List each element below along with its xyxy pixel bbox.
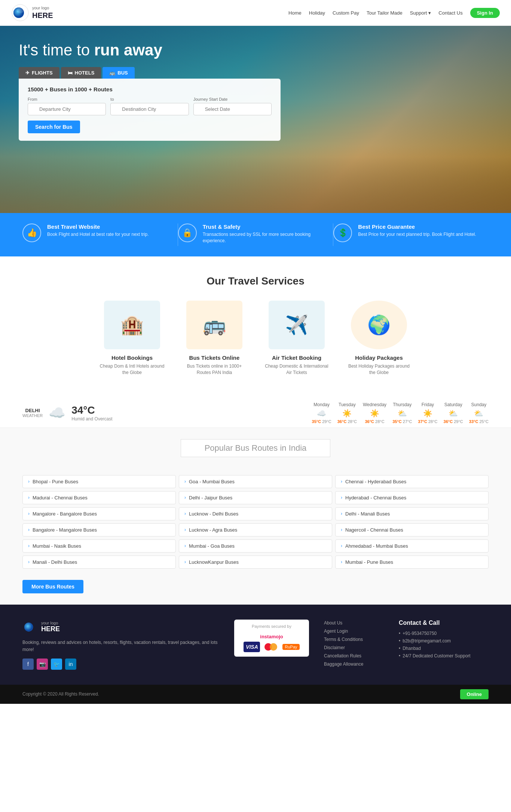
chevron-right-icon: › <box>28 495 30 500</box>
instagram-button[interactable]: 📷 <box>37 659 48 670</box>
footer-link[interactable]: Cancellation Rules <box>324 653 361 659</box>
service-flight[interactable]: ✈️ Air Ticket Booking Cheap Domestic & I… <box>263 301 330 376</box>
footer-logo-area: your logo HERE <box>22 620 219 635</box>
route-item[interactable]: ›Madurai - Chennai Buses <box>22 491 176 504</box>
nav-holiday[interactable]: Holiday <box>309 10 325 16</box>
footer-social: f 📷 🐦 in <box>22 659 219 670</box>
footer-link[interactable]: About Us <box>324 620 342 626</box>
service-hotel-name: Hotel Bookings <box>98 355 166 361</box>
signin-button[interactable]: Sign In <box>470 8 500 18</box>
feature-safety: 🔒 Trust & Safety Transactions secured by… <box>178 223 333 244</box>
route-item[interactable]: ›Manali - Delhi Buses <box>22 556 176 569</box>
services-section: Our Travel Services 🏨 Hotel Bookings Che… <box>0 256 511 395</box>
weather-details: 34°C Humid and Overcast <box>71 404 112 422</box>
feature-travel-text: Best Travel Website Book Flight and Hote… <box>47 223 149 238</box>
more-routes-button[interactable]: More Bus Routes <box>22 580 83 593</box>
weather-forecast: Monday ☁️ 35°C 29°C Tuesday ☀️ 36°C 28°C… <box>128 402 489 424</box>
contact-item: Dhanbad <box>399 646 489 651</box>
date-label: Journey Start Date <box>193 97 272 101</box>
footer-logo-col: your logo HERE Booking, reviews and advi… <box>22 620 219 670</box>
route-item[interactable]: ›Delhi - Jaipur Buses <box>179 491 332 504</box>
route-item[interactable]: ›Goa - Mumbai Buses <box>179 475 332 488</box>
to-label: to <box>110 97 189 101</box>
weather-current: DELHI WEATHER ☁️ 34°C Humid and Overcast <box>22 404 113 422</box>
chevron-right-icon: › <box>28 559 30 565</box>
chevron-down-icon: ▾ <box>428 10 431 16</box>
route-item[interactable]: ›Lucknow - Delhi Buses <box>179 507 332 520</box>
footer-link[interactable]: Baggage Allowance <box>324 662 363 667</box>
nav-home[interactable]: Home <box>288 10 302 16</box>
nav-contact[interactable]: Contact Us <box>438 10 462 16</box>
footer-link[interactable]: Disclaimer <box>324 645 345 650</box>
tab-flights[interactable]: ✈ FLIGHTS <box>19 67 59 79</box>
footer-contact-list: +91-9534750750b2b@tripmegamart.comDhanba… <box>399 631 489 659</box>
chevron-right-icon: › <box>341 543 342 548</box>
chevron-right-icon: › <box>184 511 186 516</box>
chevron-right-icon: › <box>184 527 186 532</box>
service-bus[interactable]: 🚌 Bus Tickets Online Bus Tickets online … <box>181 301 248 376</box>
chevron-right-icon: › <box>341 559 342 565</box>
service-holiday[interactable]: 🌍 Holiday Packages Best Holiday Packages… <box>345 301 413 376</box>
date-field: Journey Start Date 📅 <box>193 97 272 115</box>
service-flight-desc: Cheap Domestic & International Air Ticke… <box>263 363 330 376</box>
services-grid: 🏨 Hotel Bookings Cheap Dom & Intl Hotels… <box>22 301 489 376</box>
date-input[interactable] <box>193 103 272 115</box>
service-hotel[interactable]: 🏨 Hotel Bookings Cheap Dom & Intl Hotels… <box>98 301 166 376</box>
hero-title: It's time to run away <box>19 41 492 60</box>
nav-custompay[interactable]: Custom Pay <box>333 10 359 16</box>
route-item[interactable]: ›Mangalore - Bangalore Buses <box>22 507 176 520</box>
routes-title: Popular Bus Routes in India <box>181 439 330 457</box>
service-flight-name: Air Ticket Booking <box>263 355 330 361</box>
route-item[interactable]: ›Nagercoil - Chennai Buses <box>335 523 489 536</box>
route-item[interactable]: ›Hyderabad - Chennai Buses <box>335 491 489 504</box>
from-input[interactable] <box>28 103 106 115</box>
nav-support[interactable]: Support ▾ <box>410 10 431 16</box>
route-item[interactable]: ›Lucknow - Agra Buses <box>179 523 332 536</box>
flight-illustration: ✈️ <box>269 301 325 349</box>
date-input-wrapper: 📅 <box>193 103 272 115</box>
route-item[interactable]: ›Mumbai - Pune Buses <box>335 556 489 569</box>
dollar-icon: 💲 <box>333 223 352 242</box>
chevron-right-icon: › <box>184 543 186 548</box>
routes-grid: ›Bhopal - Pune Buses›Goa - Mumbai Buses›… <box>22 475 489 569</box>
route-item[interactable]: ›Mumbai - Nasik Buses <box>22 539 176 553</box>
footer-link-item: Disclaimer <box>324 644 384 650</box>
routes-section: Popular Bus Routes in India ›Bhopal - Pu… <box>0 428 511 605</box>
tab-bus[interactable]: 🚌 BUS <box>102 67 134 79</box>
footer-link[interactable]: Terms & Conditions <box>324 637 363 642</box>
tab-hotels[interactable]: 🛏 HOTELS <box>61 67 101 79</box>
footer-desc: Booking, reviews and advices on hotels, … <box>22 639 219 653</box>
linkedin-button[interactable]: in <box>65 659 76 670</box>
chevron-right-icon: › <box>341 495 342 500</box>
contact-item: +91-9534750750 <box>399 631 489 636</box>
weather-city-label: DELHI WEATHER <box>22 408 43 418</box>
logo-area[interactable]: your logo HERE <box>11 4 53 22</box>
rupay-card-icon: RuPay <box>282 644 299 650</box>
chevron-right-icon: › <box>341 527 342 532</box>
to-input[interactable] <box>110 103 189 115</box>
route-item[interactable]: ›Bangalore - Mangalore Buses <box>22 523 176 536</box>
search-fields: From 📍 to 📍 Journey Start Date <box>28 97 272 115</box>
from-field: From 📍 <box>28 97 106 115</box>
search-button[interactable]: Search for Bus <box>28 121 80 133</box>
route-item[interactable]: ›Chennai - Hyderabad Buses <box>335 475 489 488</box>
holiday-illustration: 🌍 <box>351 301 407 349</box>
features-bar: 👍 Best Travel Website Book Flight and Ho… <box>0 213 511 256</box>
lock-icon: 🔒 <box>178 223 197 242</box>
footer-link[interactable]: Agent Login <box>324 629 348 634</box>
facebook-button[interactable]: f <box>22 659 34 670</box>
bus-illustration: 🚌 <box>186 301 242 349</box>
contact-item: b2b@tripmegamart.com <box>399 638 489 644</box>
route-item[interactable]: ›LucknowKanpur Buses <box>179 556 332 569</box>
twitter-button[interactable]: 🐦 <box>51 659 62 670</box>
route-item[interactable]: ›Delhi - Manali Buses <box>335 507 489 520</box>
forecast-day: Sunday ⛅ 33°C 25°C <box>469 402 489 424</box>
route-item[interactable]: ›Bhopal - Pune Buses <box>22 475 176 488</box>
navbar: your logo HERE Home Holiday Custom Pay T… <box>0 0 511 26</box>
nav-tailor[interactable]: Tour Tailor Made <box>367 10 403 16</box>
route-item[interactable]: ›Ahmedabad - Mumbai Buses <box>335 539 489 553</box>
to-input-wrapper: 📍 <box>110 103 189 115</box>
contact-title: Contact & Call <box>399 620 489 626</box>
route-item[interactable]: ›Mumbai - Goa Buses <box>179 539 332 553</box>
chevron-right-icon: › <box>28 527 30 532</box>
